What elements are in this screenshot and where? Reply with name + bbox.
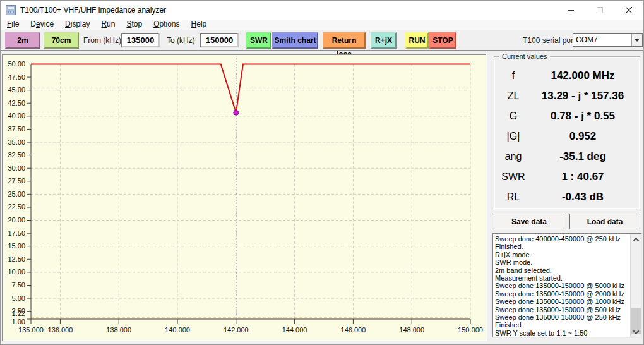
log-line: Finished. bbox=[495, 243, 630, 250]
current-value: 0.952 bbox=[532, 130, 640, 143]
svg-text:142.000: 142.000 bbox=[224, 326, 249, 334]
svg-text:42.50: 42.50 bbox=[8, 99, 25, 107]
scroll-down-icon[interactable] bbox=[631, 327, 641, 337]
app-icon bbox=[6, 5, 16, 15]
log-line: SWR mode. bbox=[495, 258, 630, 266]
current-value-label: ang bbox=[494, 151, 532, 162]
current-values-groupbox: Current values f142.000 MHzZL13.29 - j *… bbox=[494, 56, 640, 209]
svg-text:17.50: 17.50 bbox=[8, 229, 25, 237]
svg-text:136.000: 136.000 bbox=[48, 326, 73, 334]
to-khz-input[interactable] bbox=[200, 33, 239, 47]
serial-port-label: T100 serial port bbox=[523, 36, 575, 45]
current-value-row: G0.78 - j * 0.55 bbox=[494, 106, 640, 126]
menu-item-options[interactable]: Options bbox=[148, 20, 185, 30]
current-value-label: f bbox=[494, 70, 532, 82]
menu-item-help[interactable]: Help bbox=[186, 20, 213, 30]
app-window: T100/T100+ VHF/UHF impedance analyzer Fi… bbox=[0, 0, 644, 345]
svg-text:140.000: 140.000 bbox=[165, 326, 190, 334]
menu-item-run[interactable]: Run bbox=[95, 20, 121, 30]
log-line: R+jX mode. bbox=[495, 251, 630, 258]
svg-text:10.00: 10.00 bbox=[8, 268, 25, 275]
log-line: Sweep done 135000-150000 @ 1000 kHz bbox=[495, 298, 630, 305]
menu-bar: FileDeviceDisplayRunStopOptionsHelp bbox=[1, 20, 643, 30]
current-value-row: |G|0.952 bbox=[494, 126, 640, 147]
svg-text:148.000: 148.000 bbox=[399, 326, 424, 334]
current-value: 0.78 - j * 0.55 bbox=[532, 110, 640, 123]
svg-text:32.50: 32.50 bbox=[8, 151, 25, 159]
current-value: -35.1 deg bbox=[532, 150, 640, 163]
current-values-rows: f142.000 MHzZL13.29 - j * 157.36G0.78 - … bbox=[494, 66, 640, 207]
title-bar: T100/T100+ VHF/UHF impedance analyzer bbox=[1, 1, 643, 20]
current-value: 1 : 40.67 bbox=[532, 171, 640, 183]
svg-text:150.000: 150.000 bbox=[458, 326, 483, 334]
log-line: SWR Y-scale set to 1:1 ~ 1:50 bbox=[495, 329, 630, 337]
svg-text:12.50: 12.50 bbox=[8, 255, 25, 263]
svg-text:146.000: 146.000 bbox=[341, 326, 366, 334]
svg-text:22.50: 22.50 bbox=[8, 203, 25, 210]
scroll-up-icon[interactable] bbox=[631, 234, 641, 245]
svg-text:50.00: 50.00 bbox=[8, 60, 25, 68]
swr-chart[interactable]: 50.0047.5045.0042.5040.0037.5035.0032.50… bbox=[3, 55, 486, 340]
svg-text:45.00: 45.00 bbox=[8, 86, 25, 94]
close-icon[interactable] bbox=[614, 1, 643, 20]
svg-text:35.00: 35.00 bbox=[8, 138, 25, 146]
svg-text:15.00: 15.00 bbox=[8, 242, 25, 250]
svg-text:1.00: 1.00 bbox=[12, 318, 25, 325]
current-value: 13.29 - j * 157.36 bbox=[532, 90, 640, 102]
svg-text:40.00: 40.00 bbox=[8, 112, 25, 119]
rjx-mode-button[interactable]: R+jX bbox=[371, 32, 397, 49]
return-loss-button[interactable]: Return loss bbox=[323, 32, 366, 49]
log-line: Sweep done 400000-450000 @ 250 kHz bbox=[495, 235, 630, 243]
minimize-icon[interactable] bbox=[556, 1, 585, 20]
log-line: Sweep done 135000-150000 @ 250 kHz bbox=[495, 313, 630, 321]
smith-chart-button[interactable]: Smith chart bbox=[272, 32, 318, 49]
from-khz-label: From (kHz) bbox=[83, 36, 121, 45]
log-scrollbar[interactable] bbox=[630, 234, 641, 337]
current-value-label: |G| bbox=[494, 131, 532, 142]
svg-text:7.50: 7.50 bbox=[12, 281, 25, 289]
log-line: Sweep done 135000-150000 @ 5000 kHz bbox=[495, 282, 630, 289]
svg-text:138.000: 138.000 bbox=[106, 326, 131, 334]
current-values-title: Current values bbox=[499, 52, 550, 60]
svg-text:144.000: 144.000 bbox=[282, 326, 307, 334]
log-listbox[interactable]: Sweep done 400000-450000 @ 250 kHzFinish… bbox=[492, 233, 642, 338]
swr-mode-button[interactable]: SWR bbox=[246, 32, 271, 49]
band-2m-button[interactable]: 2m bbox=[5, 32, 40, 49]
from-khz-input[interactable] bbox=[121, 33, 160, 47]
svg-text:30.00: 30.00 bbox=[8, 164, 25, 172]
chevron-down-icon bbox=[635, 39, 640, 42]
to-khz-label: To (kHz) bbox=[167, 36, 195, 45]
window-controls bbox=[556, 1, 643, 20]
load-data-button[interactable]: Load data bbox=[569, 214, 640, 229]
serial-port-select[interactable]: COM7 bbox=[573, 33, 643, 47]
save-data-button[interactable]: Save data bbox=[494, 214, 564, 229]
stop-button[interactable]: STOP bbox=[429, 32, 456, 49]
current-value-label: SWR bbox=[494, 171, 532, 183]
menu-item-file[interactable]: File bbox=[1, 20, 25, 30]
svg-text:20.00: 20.00 bbox=[8, 216, 25, 224]
svg-text:135.000: 135.000 bbox=[18, 326, 44, 334]
menu-item-stop[interactable]: Stop bbox=[121, 20, 148, 30]
svg-text:47.50: 47.50 bbox=[8, 73, 25, 81]
svg-text:27.50: 27.50 bbox=[8, 177, 25, 185]
current-value-row: ang-35.1 deg bbox=[494, 147, 640, 167]
menu-item-device[interactable]: Device bbox=[25, 20, 59, 30]
log-line: Measurement started. bbox=[495, 274, 630, 282]
menu-item-display[interactable]: Display bbox=[59, 20, 95, 30]
current-value-row: ZL13.29 - j * 157.36 bbox=[494, 86, 640, 106]
swr-chart-panel[interactable]: 50.0047.5045.0042.5040.0037.5035.0032.50… bbox=[2, 54, 487, 341]
band-70cm-button[interactable]: 70cm bbox=[44, 32, 79, 49]
current-value-label: G bbox=[494, 111, 532, 122]
current-value: -0.43 dB bbox=[532, 191, 640, 203]
log-line: Finished. bbox=[495, 321, 630, 329]
svg-text:25.00: 25.00 bbox=[8, 190, 25, 198]
toolbar: 2m 70cm From (kHz) To (kHz) SWR Smith ch… bbox=[1, 30, 643, 51]
current-value-row: f142.000 MHz bbox=[494, 66, 640, 86]
svg-text:37.50: 37.50 bbox=[8, 125, 25, 133]
svg-text:1.22: 1.22 bbox=[12, 310, 25, 317]
combo-dropdown-button[interactable] bbox=[631, 34, 642, 46]
log-lines: Sweep done 400000-450000 @ 250 kHzFinish… bbox=[493, 234, 630, 337]
current-value-row: RL-0.43 dB bbox=[494, 187, 640, 207]
run-button[interactable]: RUN bbox=[405, 32, 429, 49]
maximize-icon bbox=[585, 1, 614, 20]
